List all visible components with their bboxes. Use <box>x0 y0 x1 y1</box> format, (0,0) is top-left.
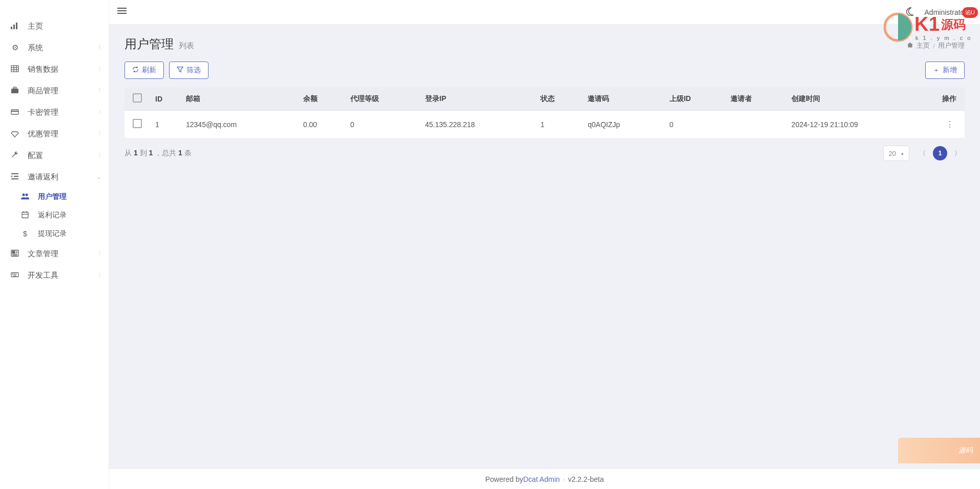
svg-marker-16 <box>11 175 13 177</box>
footer-powered: Powered by <box>485 475 523 483</box>
sidebar-item-system[interactable]: ⚙ 系统 〈 <box>0 37 109 58</box>
svg-rect-14 <box>14 176 18 177</box>
chevron-left-icon: 〈 <box>96 272 101 279</box>
breadcrumb-home[interactable]: 主页 <box>916 41 930 50</box>
cell-parent-id: 0 <box>664 111 725 138</box>
prev-page[interactable]: 〈 <box>915 146 930 160</box>
svg-point-31 <box>14 274 15 274</box>
sidebar-item-products[interactable]: 商品管理 〈 <box>0 80 109 101</box>
svg-rect-15 <box>11 178 18 179</box>
refresh-icon <box>132 66 139 74</box>
svg-rect-9 <box>13 87 16 89</box>
page-subtitle: 列表 <box>179 41 194 51</box>
chevron-left-icon: 〈 <box>96 130 101 137</box>
table-header-row: ID 邮箱 余额 代理等级 登录IP 状态 邀请码 上级ID 邀请者 创建时间 … <box>124 87 965 111</box>
sidebar-item-sales[interactable]: 销售数据 〈 <box>0 58 109 80</box>
svg-rect-13 <box>11 173 18 174</box>
page-1[interactable]: 1 <box>933 146 947 160</box>
sidebar-item-rebate[interactable]: 返利记录 <box>10 206 109 225</box>
sidebar-item-label: 配置 <box>28 151 96 160</box>
footer: Powered by Dcat Admin · v2.2.2-beta <box>109 468 980 489</box>
svg-rect-36 <box>117 13 127 14</box>
sidebar-item-label: 优惠管理 <box>28 129 96 139</box>
select-all-checkbox[interactable] <box>133 93 142 103</box>
sidebar-item-label: 卡密管理 <box>28 108 96 117</box>
app-root: 主页 ⚙ 系统 〈 销售数据 〈 商品管理 〈 卡密管理 〈 <box>0 0 980 489</box>
header-inviter[interactable]: 邀请者 <box>725 87 786 111</box>
pagination-info: 从 1 到 1 ，总共 1 条 <box>124 149 192 158</box>
sidebar-item-config[interactable]: 配置 〈 <box>0 145 109 166</box>
current-user[interactable]: Administrator <box>925 8 967 16</box>
notification-badge[interactable]: 谄U <box>962 7 978 18</box>
header-email[interactable]: 邮箱 <box>181 87 298 111</box>
sidebar-item-cards[interactable]: 卡密管理 〈 <box>0 101 109 123</box>
cell-login-ip: 45.135.228.218 <box>420 111 535 138</box>
sidebar-item-users[interactable]: 用户管理 <box>10 188 109 206</box>
header-operations: 操作 <box>934 87 965 111</box>
header-created-at[interactable]: 创建时间 <box>786 87 934 111</box>
sidebar-toggle[interactable] <box>117 6 127 18</box>
sidebar-item-coupons[interactable]: 优惠管理 〈 <box>0 123 109 145</box>
sidebar-item-dev[interactable]: 开发工具 〈 <box>0 264 109 286</box>
svg-marker-12 <box>11 132 18 137</box>
dark-mode-toggle[interactable] <box>905 7 914 18</box>
footer-link[interactable]: Dcat Admin <box>523 475 560 483</box>
sidebar-item-withdraw[interactable]: $ 提现记录 <box>10 225 109 243</box>
sidebar-item-label: 系统 <box>28 43 96 53</box>
filter-button[interactable]: 筛选 <box>169 62 208 79</box>
chevron-down-icon: ⌄ <box>97 174 101 180</box>
sidebar-item-articles[interactable]: 文章管理 〈 <box>0 243 109 264</box>
svg-rect-1 <box>13 25 15 29</box>
sidebar-item-label: 提现记录 <box>38 229 101 238</box>
cell-status: 1 <box>535 111 582 138</box>
svg-point-30 <box>13 274 13 274</box>
sidebar-item-label: 用户管理 <box>38 192 101 201</box>
header-status[interactable]: 状态 <box>535 87 582 111</box>
toolbar: 刷新 筛选 ＋ 新增 <box>109 57 980 87</box>
caret-up-icon: ▴ <box>901 151 904 156</box>
table-row[interactable]: 1 12345@qq.com 0.00 0 45.135.228.218 1 q… <box>124 111 965 138</box>
plus-icon: ＋ <box>933 66 940 75</box>
header-agent-level[interactable]: 代理等级 <box>345 87 420 111</box>
row-actions-menu[interactable]: ⋮ <box>946 120 953 129</box>
cell-agent-level: 0 <box>345 111 420 138</box>
refresh-button[interactable]: 刷新 <box>124 62 164 79</box>
grid-icon <box>9 65 20 74</box>
svg-marker-37 <box>177 67 183 72</box>
header-invite-code[interactable]: 邀请码 <box>582 87 664 111</box>
corner-watermark: 源码 <box>898 438 980 463</box>
sidebar-item-label: 邀请返利 <box>28 172 97 182</box>
svg-rect-29 <box>11 273 18 277</box>
sidebar-item-label: 返利记录 <box>38 211 101 220</box>
sidebar-item-home[interactable]: 主页 <box>0 15 109 37</box>
page-size-select[interactable]: 20 ▴ <box>883 146 909 161</box>
filter-icon <box>177 66 183 74</box>
header-login-ip[interactable]: 登录IP <box>420 87 535 111</box>
row-checkbox[interactable] <box>133 119 142 128</box>
header-balance[interactable]: 余额 <box>298 87 345 111</box>
card-icon <box>9 108 20 117</box>
bars-icon <box>9 22 20 31</box>
keyboard-icon <box>9 271 20 280</box>
chevron-left-icon: 〈 <box>96 109 101 116</box>
sidebar-item-label: 开发工具 <box>28 271 96 280</box>
filter-label: 筛选 <box>186 66 201 75</box>
header-checkbox <box>124 87 150 111</box>
chevron-left-icon: 〈 <box>96 87 101 94</box>
svg-rect-2 <box>16 23 17 29</box>
page-size-value: 20 <box>889 150 896 157</box>
svg-rect-8 <box>11 89 18 93</box>
add-button[interactable]: ＋ 新增 <box>925 62 965 79</box>
chevron-left-icon: 〈 <box>96 44 101 51</box>
svg-rect-34 <box>117 8 127 9</box>
cell-email: 12345@qq.com <box>181 111 298 138</box>
next-page[interactable]: 〉 <box>950 146 965 160</box>
sidebar-item-invite[interactable]: 邀请返利 ⌄ <box>0 166 109 188</box>
home-icon <box>907 42 913 50</box>
header-parent-id[interactable]: 上级ID <box>664 87 725 111</box>
header-id[interactable]: ID <box>150 87 181 111</box>
diamond-icon <box>9 129 20 139</box>
page-header: 用户管理 列表 主页 / 用户管理 <box>109 25 980 57</box>
cell-inviter <box>725 111 786 138</box>
wrench-icon <box>9 151 20 160</box>
